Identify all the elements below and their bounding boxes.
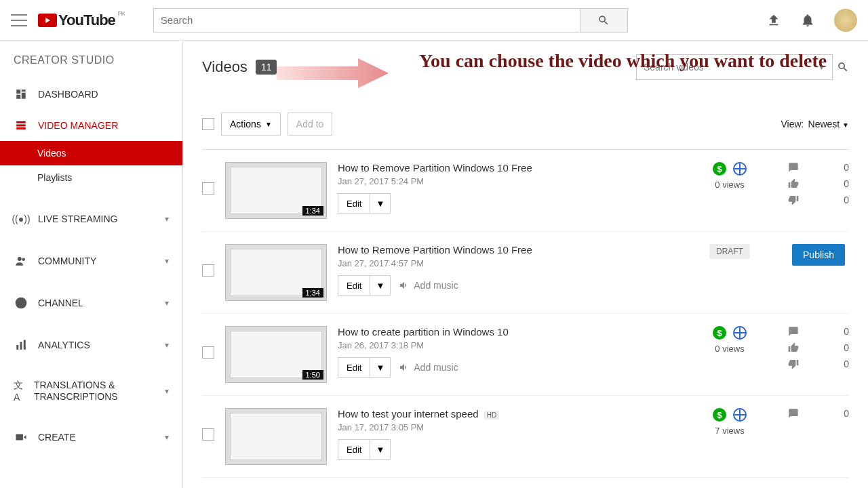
svg-marker-14 (277, 58, 389, 88)
comment-icon (788, 162, 799, 173)
svg-point-9 (16, 298, 27, 309)
topbar-right (766, 9, 857, 32)
view-count: 7 views (715, 426, 744, 436)
search-videos-input[interactable]: Search videos ▼ (636, 54, 833, 80)
comments-stat: 0 (788, 326, 849, 337)
svg-rect-2 (22, 93, 26, 99)
public-icon[interactable] (733, 408, 747, 422)
hd-badge: HD (484, 411, 499, 420)
translations-icon: 文A (14, 384, 24, 399)
edit-dropdown[interactable]: ▼ (370, 275, 391, 296)
search-videos-icon[interactable] (837, 61, 849, 73)
video-thumbnail[interactable]: 1:34 (225, 244, 327, 301)
video-date: Jan 26, 2017 3:18 PM (338, 340, 555, 350)
video-title[interactable]: How to create partition in Windows 10 (338, 326, 555, 338)
sidebar-item-community[interactable]: COMMUNITY ▾ (0, 245, 182, 277)
video-duration: 1:34 (302, 288, 323, 298)
select-all-checkbox[interactable] (202, 118, 214, 130)
video-title[interactable]: How to test your internet speed HD (338, 408, 555, 420)
svg-rect-3 (16, 95, 20, 99)
account-avatar[interactable] (834, 9, 857, 32)
sidebar-item-video-manager[interactable]: VIDEO MANAGER (0, 110, 182, 141)
chevron-down-icon: ▼ (818, 63, 825, 71)
sidebar-item-analytics[interactable]: ANALYTICS ▾ (0, 329, 182, 361)
upload-icon[interactable] (766, 13, 781, 28)
video-thumbnail[interactable]: 1:50 (225, 326, 327, 383)
public-icon[interactable] (733, 326, 747, 340)
sidebar-label: ANALYTICS (38, 340, 90, 350)
live-streaming-icon: ((●)) (14, 211, 28, 226)
play-icon (38, 14, 57, 27)
add-music-button[interactable]: Add music (399, 280, 458, 291)
sidebar-label: COMMUNITY (38, 256, 96, 266)
edit-button[interactable]: Edit (338, 439, 370, 460)
edit-split-button: Edit ▼ (338, 357, 391, 378)
dislikes-stat: 0 (788, 195, 849, 205)
toolbar: Actions▼ Add to View: Newest ▼ (202, 113, 849, 136)
annotation-arrow (270, 53, 392, 94)
chevron-down-icon: ▾ (165, 256, 169, 266)
add-music-button[interactable]: Add music (399, 362, 458, 373)
publish-button[interactable]: Publish (792, 244, 845, 266)
video-thumbnail[interactable] (225, 408, 327, 465)
comment-icon (788, 408, 799, 419)
edit-dropdown[interactable]: ▼ (370, 357, 391, 378)
search-input[interactable] (153, 8, 580, 33)
content-area: Videos 11 You can chouse the video which… (183, 41, 868, 488)
video-manager-icon (14, 118, 28, 133)
svg-rect-12 (24, 340, 26, 350)
video-list: 1:34 How to Remove Partition Windows 10 … (202, 150, 849, 478)
monetized-icon[interactable]: $ (713, 408, 726, 422)
search-videos-placeholder: Search videos (644, 62, 704, 73)
video-count-badge: 11 (256, 60, 277, 75)
draft-badge: DRAFT (709, 244, 750, 259)
video-date: Jan 17, 2017 3:05 PM (338, 422, 555, 432)
search-button[interactable] (580, 8, 628, 33)
edit-split-button: Edit ▼ (338, 439, 391, 460)
video-duration: 1:50 (302, 370, 323, 380)
edit-dropdown[interactable]: ▼ (370, 439, 391, 460)
video-checkbox[interactable] (202, 428, 214, 441)
notifications-icon[interactable] (800, 13, 815, 28)
edit-split-button: Edit ▼ (338, 193, 391, 214)
community-icon (14, 253, 28, 268)
monetized-icon[interactable]: $ (713, 162, 726, 176)
sidebar-item-dashboard[interactable]: DASHBOARD (0, 79, 182, 110)
actions-dropdown[interactable]: Actions▼ (221, 113, 281, 136)
edit-button[interactable]: Edit (338, 275, 370, 296)
dislike-icon (788, 195, 799, 205)
menu-icon[interactable] (11, 14, 27, 26)
dislike-icon (788, 359, 799, 369)
public-icon[interactable] (733, 162, 747, 176)
sidebar-item-channel[interactable]: CHANNEL ▾ (0, 287, 182, 319)
video-thumbnail[interactable]: 1:34 (225, 162, 327, 219)
video-checkbox[interactable] (202, 264, 214, 277)
chevron-down-icon: ▼ (265, 121, 272, 128)
svg-rect-13 (16, 434, 24, 440)
sort-dropdown[interactable]: Newest ▼ (808, 119, 849, 129)
youtube-logo[interactable]: YouTube PK (38, 12, 115, 29)
sidebar-label: TRANSLATIONS & TRANSCRIPTIONS (34, 380, 155, 403)
svg-point-7 (18, 257, 22, 261)
edit-dropdown[interactable]: ▼ (370, 193, 391, 214)
video-title[interactable]: How to Remove Partition Windows 10 Free (338, 244, 555, 256)
likes-stat: 0 (788, 342, 849, 353)
video-checkbox[interactable] (202, 182, 214, 195)
sidebar: CREATOR STUDIO DASHBOARD VIDEO MANAGER V… (0, 41, 183, 488)
sidebar-label: LIVE STREAMING (38, 214, 117, 224)
svg-rect-1 (22, 89, 26, 92)
comment-icon (788, 326, 799, 337)
edit-button[interactable]: Edit (338, 193, 370, 214)
video-title[interactable]: How to Remove Partition Windows 10 Free (338, 162, 555, 174)
view-label: View: (781, 119, 804, 129)
video-checkbox[interactable] (202, 346, 214, 359)
edit-button[interactable]: Edit (338, 357, 370, 378)
sidebar-item-translations[interactable]: 文A TRANSLATIONS & TRANSCRIPTIONS ▾ (0, 371, 182, 411)
monetized-icon[interactable]: $ (713, 326, 726, 340)
sidebar-sub-playlists[interactable]: Playlists (0, 165, 182, 190)
sidebar-item-live-streaming[interactable]: ((●)) LIVE STREAMING ▾ (0, 203, 182, 235)
add-to-button[interactable]: Add to (288, 113, 332, 136)
sidebar-sub-videos[interactable]: Videos (0, 141, 182, 165)
sidebar-item-create[interactable]: CREATE ▾ (0, 422, 182, 453)
edit-split-button: Edit ▼ (338, 275, 391, 296)
